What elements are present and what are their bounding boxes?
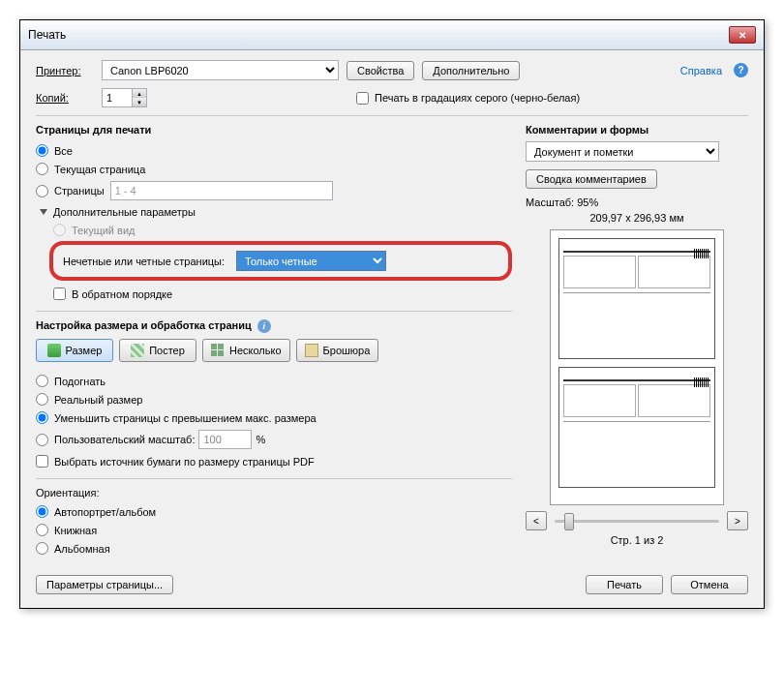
help-icon[interactable]: ? — [734, 63, 748, 77]
preview-doc-2 — [558, 367, 715, 488]
odd-even-highlight: Нечетные или четные страницы: Только чет… — [49, 241, 512, 281]
copies-spinner[interactable]: ▲▼ — [102, 88, 147, 107]
printer-select[interactable]: Canon LBP6020 — [102, 60, 339, 80]
grayscale-checkbox[interactable]: Печать в градациях серого (черно-белая) — [356, 89, 580, 107]
copies-input[interactable] — [103, 89, 132, 106]
comments-select[interactable]: Документ и пометки — [526, 141, 719, 162]
radio-pages-range[interactable]: Страницы — [36, 178, 512, 203]
close-button[interactable]: ✕ — [729, 26, 756, 44]
comments-group-title: Комментарии и формы — [526, 124, 748, 136]
paper-source-checkbox[interactable]: Выбрать источник бумаги по размеру стран… — [36, 452, 512, 470]
multiple-icon — [211, 344, 225, 357]
radio-all-pages[interactable]: Все — [36, 141, 512, 160]
sizing-toolbar: Размер Постер Несколько Брошюра — [36, 339, 512, 362]
preview-doc-1 — [558, 238, 715, 359]
preview-scale-label: Масштаб: 95% — [526, 196, 748, 208]
preview-slider: < > — [526, 511, 748, 530]
radio-actual[interactable]: Реальный размер — [36, 390, 512, 408]
pages-range-input[interactable] — [110, 181, 333, 200]
radio-orientation-portrait[interactable]: Книжная — [36, 521, 512, 539]
chevron-down-icon — [40, 209, 47, 215]
sizing-group-title: Настройка размера и обработка страницi — [36, 319, 512, 333]
window-title: Печать — [28, 28, 66, 42]
preview-slider-track[interactable] — [555, 520, 719, 523]
comments-summary-button[interactable]: Сводка комментариев — [526, 169, 657, 189]
radio-current-view[interactable]: Текущий вид — [36, 221, 512, 239]
booklet-icon — [305, 344, 318, 357]
booklet-button[interactable]: Брошюра — [296, 339, 379, 362]
preview-pane — [550, 229, 724, 505]
titlebar: Печать ✕ — [20, 20, 764, 50]
slider-thumb[interactable] — [564, 513, 574, 530]
odd-even-select[interactable]: Только четные — [236, 251, 386, 271]
multiple-button[interactable]: Несколько — [202, 339, 290, 362]
size-icon — [47, 344, 61, 357]
pages-group-title: Страницы для печати — [36, 124, 512, 136]
preview-dimensions: 209,97 x 296,93 мм — [526, 212, 748, 224]
cancel-button[interactable]: Отмена — [671, 575, 748, 594]
advanced-button[interactable]: Дополнительно — [422, 61, 520, 80]
custom-scale-input[interactable] — [198, 430, 252, 449]
page-setup-button[interactable]: Параметры страницы... — [36, 575, 173, 594]
radio-shrink[interactable]: Уменьшить страницы с превышением макс. р… — [36, 408, 512, 427]
page-info: Стр. 1 из 2 — [526, 534, 748, 546]
printer-label: Принтер: — [36, 65, 94, 76]
radio-custom-scale[interactable]: Пользовательский масштаб: % — [36, 427, 512, 452]
odd-even-label: Нечетные или четные страницы: — [63, 256, 225, 267]
orientation-label: Ориентация: — [36, 487, 512, 499]
properties-button[interactable]: Свойства — [347, 61, 414, 80]
radio-current-page[interactable]: Текущая страница — [36, 160, 512, 178]
poster-icon — [131, 344, 144, 357]
help-link[interactable]: Справка — [680, 65, 722, 76]
radio-orientation-auto[interactable]: Автопортрет/альбом — [36, 502, 512, 521]
print-dialog: Печать ✕ Принтер: Canon LBP6020 Свойства… — [19, 19, 765, 609]
reverse-order-checkbox[interactable]: В обратном порядке — [36, 285, 512, 303]
print-button[interactable]: Печать — [586, 575, 663, 594]
radio-fit[interactable]: Подогнать — [36, 372, 512, 390]
radio-orientation-landscape[interactable]: Альбомная — [36, 539, 512, 558]
info-icon[interactable]: i — [257, 319, 271, 333]
preview-prev-button[interactable]: < — [526, 511, 547, 530]
more-params-expander[interactable]: Дополнительные параметры — [36, 203, 512, 221]
copies-label: Копий: — [36, 92, 94, 104]
spinner-arrows[interactable]: ▲▼ — [132, 89, 146, 106]
poster-button[interactable]: Постер — [119, 339, 196, 362]
size-button[interactable]: Размер — [36, 339, 113, 362]
preview-next-button[interactable]: > — [727, 511, 748, 530]
